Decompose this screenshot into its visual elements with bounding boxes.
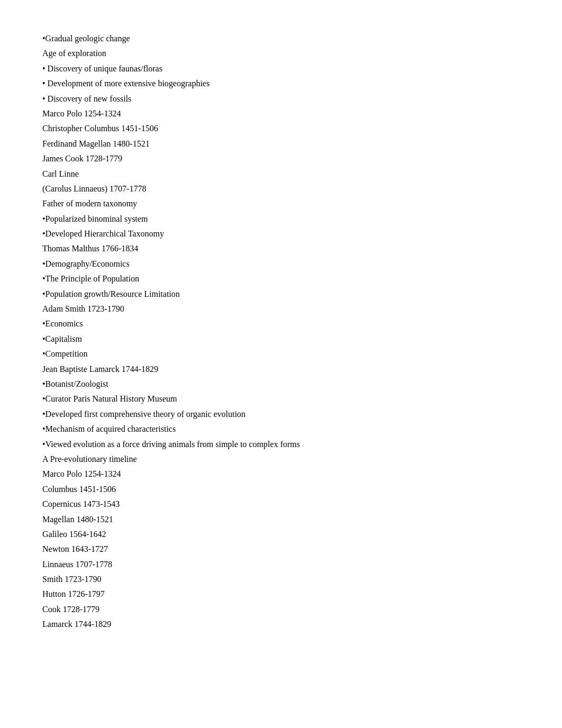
list-item: Age of exploration: [42, 47, 520, 60]
list-item: •Economics: [42, 317, 520, 331]
list-item: • Development of more extensive biogeogr…: [42, 77, 520, 90]
list-item: •The Principle of Population: [42, 272, 520, 286]
list-item: James Cook 1728-1779: [42, 152, 520, 166]
list-item: Lamarck 1744-1829: [42, 617, 520, 631]
list-item: Thomas Malthus 1766-1834: [42, 242, 520, 256]
list-item: Magellan 1480-1521: [42, 513, 520, 526]
list-item: A Pre-evolutionary timeline: [42, 452, 520, 466]
list-item: Newton 1643-1727: [42, 542, 520, 556]
list-item: •Competition: [42, 347, 520, 361]
list-item: Smith 1723-1790: [42, 572, 520, 586]
list-item: Copernicus 1473-1543: [42, 497, 520, 511]
list-item: Linnaeus 1707-1778: [42, 558, 520, 571]
list-item: Adam Smith 1723-1790: [42, 302, 520, 316]
list-item: Carl Linne: [42, 167, 520, 181]
list-item: •Gradual geologic change: [42, 32, 520, 46]
list-item: •Popularized binominal system: [42, 212, 520, 226]
list-item: Marco Polo 1254-1324: [42, 107, 520, 121]
list-item: •Population growth/Resource Limitation: [42, 287, 520, 301]
list-item: Christopher Columbus 1451-1506: [42, 122, 520, 135]
list-item: Jean Baptiste Lamarck 1744-1829: [42, 362, 520, 376]
list-item: •Viewed evolution as a force driving ani…: [42, 438, 520, 451]
list-item: Hutton 1726-1797: [42, 587, 520, 601]
list-item: •Developed Hierarchical Taxonomy: [42, 227, 520, 241]
list-item: Father of modern taxonomy: [42, 197, 520, 211]
list-item: •Mechanism of acquired characteristics: [42, 422, 520, 436]
list-item: (Carolus Linnaeus) 1707-1778: [42, 182, 520, 196]
list-item: • Discovery of new fossils: [42, 92, 520, 106]
list-item: Cook 1728-1779: [42, 603, 520, 616]
list-item: Ferdinand Magellan 1480-1521: [42, 137, 520, 151]
list-item: Marco Polo 1254-1324: [42, 467, 520, 481]
list-item: • Discovery of unique faunas/floras: [42, 62, 520, 76]
list-item: •Botanist/Zoologist: [42, 377, 520, 391]
main-content: •Gradual geologic changeAge of explorati…: [42, 32, 520, 632]
list-item: •Capitalism: [42, 332, 520, 346]
list-item: •Developed first comprehensive theory of…: [42, 407, 520, 421]
list-item: Galileo 1564-1642: [42, 527, 520, 541]
list-item: •Demography/Economics: [42, 257, 520, 271]
list-item: •Curator Paris Natural History Museum: [42, 392, 520, 406]
list-item: Columbus 1451-1506: [42, 483, 520, 496]
